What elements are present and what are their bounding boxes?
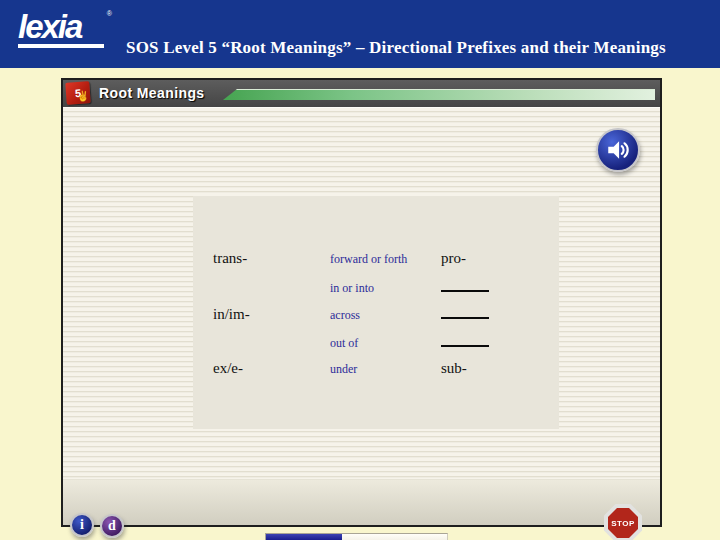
window-title: Root Meanings: [99, 85, 205, 101]
meaning-item[interactable]: forward or forth: [330, 252, 441, 267]
table-row: out of: [213, 333, 553, 361]
table-row: in/im- across: [213, 305, 553, 333]
level-5-badge-icon: 5 ✌: [65, 81, 90, 105]
window-titlebar: 5 ✌ Root Meanings: [63, 80, 660, 108]
progress-bar: [265, 533, 448, 540]
window-footer: [63, 479, 660, 525]
lexia-logo-text: lexia: [18, 12, 81, 42]
trademark-mark: ®: [107, 10, 112, 17]
meaning-item[interactable]: under: [330, 362, 441, 377]
answer-prefix[interactable]: sub-: [441, 360, 541, 377]
answer-cell: [441, 278, 541, 292]
meaning-item[interactable]: across: [330, 308, 441, 323]
table-row: trans- forward or forth pro-: [213, 250, 553, 278]
answer-blank[interactable]: [441, 333, 489, 347]
answer-cell: [441, 333, 541, 347]
info-button[interactable]: i: [70, 513, 94, 537]
top-banner: lexia ® SOS Level 5 “Root Meanings” – Di…: [0, 0, 720, 68]
answer-prefix[interactable]: pro-: [441, 250, 541, 267]
table-row: ex/e- under sub-: [213, 360, 553, 388]
titlebar-progress-strip: [223, 89, 655, 100]
meaning-item[interactable]: in or into: [330, 281, 441, 296]
answer-blank[interactable]: [441, 278, 489, 292]
prefix-label: trans-: [213, 250, 330, 267]
stop-sign-icon: STOP: [608, 508, 638, 538]
prefix-label: in/im-: [213, 306, 330, 323]
answer-cell: [441, 305, 541, 319]
lexia-logo: lexia ®: [18, 12, 110, 48]
info-icon: i: [80, 517, 84, 533]
stop-label: STOP: [611, 519, 635, 528]
directions-button[interactable]: d: [100, 514, 124, 538]
page-title: SOS Level 5 “Root Meanings” – Directiona…: [126, 38, 716, 58]
prefix-label: ex/e-: [213, 360, 330, 377]
speaker-button[interactable]: [596, 128, 640, 172]
answer-blank[interactable]: [441, 305, 489, 319]
progress-fill: [266, 534, 342, 540]
table-row: in or into: [213, 278, 553, 306]
activity-window: 5 ✌ Root Meanings trans- forward or fort…: [61, 78, 662, 527]
meaning-item[interactable]: out of: [330, 336, 441, 351]
prefix-matching-table: trans- forward or forth pro- in or into …: [213, 250, 553, 388]
window-content: trans- forward or forth pro- in or into …: [63, 107, 660, 525]
hand-icon: ✌: [76, 91, 89, 102]
speaker-icon: [605, 137, 631, 163]
directions-icon: d: [108, 518, 116, 534]
